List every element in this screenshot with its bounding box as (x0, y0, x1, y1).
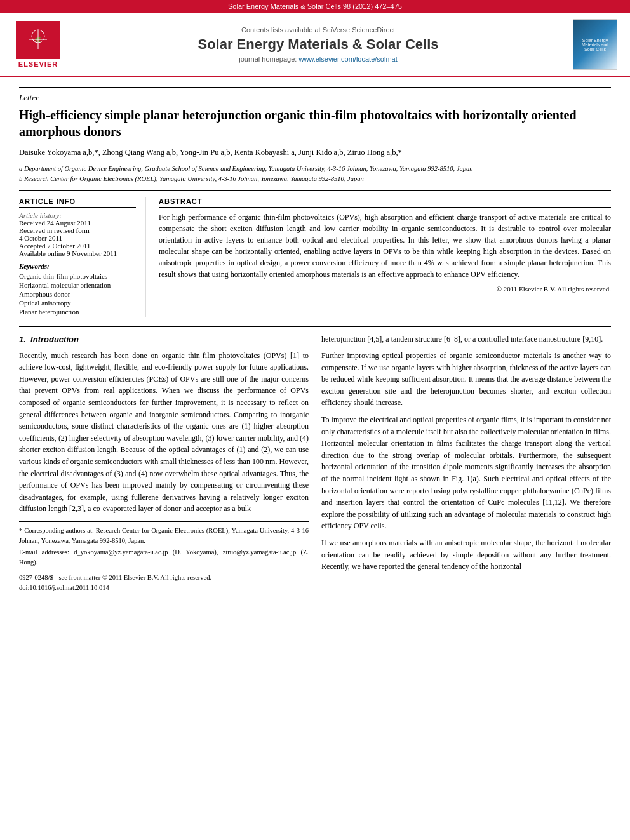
intro-title-text: Introduction (30, 335, 79, 344)
footnote-email: E-mail addresses: d_yokoyama@yz.yamagata… (19, 547, 309, 568)
footnote-corresponding: * Corresponding authors at: Research Cen… (19, 526, 309, 546)
top-banner: Solar Energy Materials & Solar Cells 98 … (0, 0, 630, 13)
keyword-2: Horizontal molecular orientation (19, 281, 136, 289)
available-online: Available online 9 November 2011 (19, 250, 136, 257)
affiliation-a: a Department of Organic Device Engineeri… (19, 164, 611, 174)
intro-number: 1. (19, 335, 26, 344)
contents-text: Contents lists available at SciVerse Sci… (241, 26, 395, 34)
main-content: Letter High-efficiency simple planar het… (0, 77, 630, 603)
journal-header-center: Contents lists available at SciVerse Sci… (64, 26, 573, 63)
journal-thumbnail: Solar Energy Materials and Solar Cells (573, 19, 617, 70)
copyright-bottom: 0927-0248/$ - see front matter © 2011 El… (19, 573, 309, 594)
homepage-label: journal homepage: (239, 55, 297, 63)
abstract-heading: ABSTRACT (159, 197, 611, 208)
journal-title: Solar Energy Materials & Solar Cells (64, 36, 573, 53)
body-two-col: 1. Introduction Recently, much research … (19, 333, 611, 594)
keyword-3: Amorphous donor (19, 290, 136, 298)
received-revised-label: Received in revised form (19, 227, 136, 234)
intro-col2-para3: To improve the electrical and optical pr… (321, 414, 611, 532)
intro-col1-para1: Recently, much research has been done on… (19, 350, 309, 515)
accepted-date: Accepted 7 October 2011 (19, 242, 136, 250)
article-info: ARTICLE INFO Article history: Received 2… (19, 197, 146, 317)
revised-date: 4 October 2011 (19, 234, 136, 242)
homepage-link[interactable]: www.elsevier.com/locate/solmat (298, 55, 397, 63)
intro-title: 1. Introduction (19, 333, 309, 346)
abstract-copyright: © 2011 Elsevier B.V. All rights reserved… (159, 285, 611, 293)
elsevier-logo: 🌿 ELSEVIER (13, 21, 64, 68)
body-col-left: 1. Introduction Recently, much research … (19, 333, 309, 594)
issn-text: 0927-0248/$ - see front matter © 2011 El… (19, 573, 309, 583)
intro-col2-para1: heterojunction [4,5], a tandem structure… (321, 333, 611, 345)
banner-text: Solar Energy Materials & Solar Cells 98 … (228, 3, 402, 10)
intro-col2-para4: If we use amorphous materials with an an… (321, 537, 611, 573)
received-date: Received 24 August 2011 (19, 219, 136, 227)
abstract-text: For high performance of organic thin-fil… (159, 211, 611, 280)
article-info-heading: ARTICLE INFO (19, 197, 136, 208)
abstract-section: ABSTRACT For high performance of organic… (159, 197, 611, 317)
body-col-right: heterojunction [4,5], a tandem structure… (321, 333, 611, 594)
keyword-5: Planar heterojunction (19, 308, 136, 316)
keyword-1: Organic thin-film photovoltaics (19, 272, 136, 280)
elsevier-tree-icon: 🌿 (20, 23, 57, 55)
doi-text: doi:10.1016/j.solmat.2011.10.014 (19, 583, 309, 593)
article-type-label: Letter (19, 87, 611, 103)
keyword-4: Optical anisotropy (19, 299, 136, 307)
affiliations: a Department of Organic Device Engineeri… (19, 164, 611, 191)
authors-text: Daisuke Yokoyama a,b,*, Zhong Qiang Wang… (19, 148, 402, 157)
elsevier-logo-box: 🌿 (16, 21, 60, 59)
footnote-section: * Corresponding authors at: Research Cen… (19, 521, 309, 568)
keywords-section: Keywords: Organic thin-film photovoltaic… (19, 262, 136, 316)
article-history-section: Article history: Received 24 August 2011… (19, 211, 136, 257)
journal-thumb-text: Solar Energy Materials and Solar Cells (576, 38, 614, 51)
keywords-label: Keywords: (19, 262, 136, 270)
history-label: Article history: (19, 211, 136, 219)
body-section: 1. Introduction Recently, much research … (19, 326, 611, 594)
elsevier-label: ELSEVIER (18, 60, 58, 68)
authors: Daisuke Yokoyama a,b,*, Zhong Qiang Wang… (19, 146, 611, 159)
journal-homepage: journal homepage: www.elsevier.com/locat… (64, 55, 573, 63)
affiliation-b: b Research Center for Organic Electronic… (19, 174, 611, 184)
article-title: High-efficiency simple planar heterojunc… (19, 107, 611, 140)
journal-header: 🌿 ELSEVIER Contents lists available at S… (0, 13, 630, 77)
contents-line: Contents lists available at SciVerse Sci… (64, 26, 573, 34)
info-abstract-section: ARTICLE INFO Article history: Received 2… (19, 197, 611, 317)
intro-col2-para2: Further improving optical properties of … (321, 350, 611, 409)
